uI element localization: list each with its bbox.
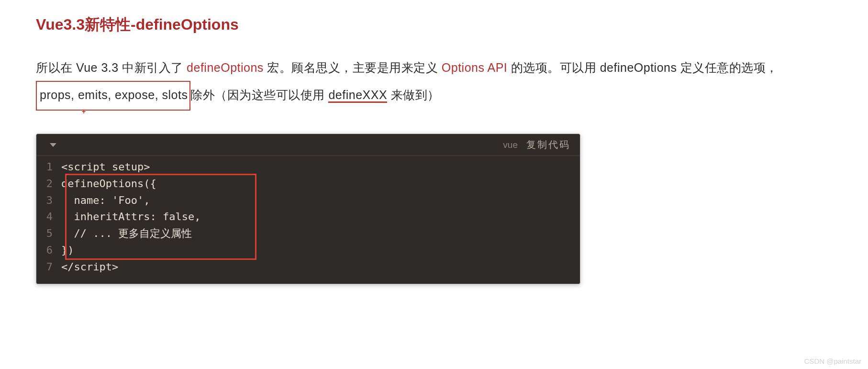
language-label: vue bbox=[503, 140, 518, 150]
code-line: 6}) bbox=[36, 242, 580, 259]
description-paragraph: 所以在 Vue 3.3 中新引入了 defineOptions 宏。顾名思义，主… bbox=[36, 55, 832, 111]
code-text: // ... 更多自定义属性 bbox=[61, 225, 192, 242]
text-segment: 所以在 Vue 3.3 中新引入了 bbox=[36, 61, 187, 74]
code-line: 4 inheritAttrs: false, bbox=[36, 209, 580, 225]
line-number: 1 bbox=[36, 159, 61, 176]
text-segment: 除外（因为这些可以使用 bbox=[190, 88, 328, 101]
heading: Vue3.3新特性-defineOptions bbox=[36, 14, 832, 35]
code-text: inheritAttrs: false, bbox=[61, 209, 200, 225]
boxed-exceptions: props, emits, expose, slots + bbox=[36, 81, 190, 111]
code-header-right: vue 复制代码 bbox=[503, 138, 570, 151]
code-header-left bbox=[50, 143, 56, 147]
document-container: Vue3.3新特性-defineOptions 所以在 Vue 3.3 中新引入… bbox=[0, 0, 868, 284]
text-segment: 宏。顾名思义，主要是用来定义 bbox=[264, 61, 442, 74]
code-line: 3 name: 'Foo', bbox=[36, 192, 580, 209]
code-text: </script> bbox=[61, 259, 118, 276]
boxed-text: props, emits, expose, slots bbox=[40, 88, 188, 101]
code-text: name: 'Foo', bbox=[61, 192, 150, 209]
line-number: 3 bbox=[36, 192, 61, 209]
highlight-optionsapi: Options API bbox=[442, 61, 508, 74]
code-text: }) bbox=[61, 242, 74, 259]
code-header: vue 复制代码 bbox=[36, 134, 580, 156]
line-number: 7 bbox=[36, 259, 61, 276]
text-segment: 来做到） bbox=[387, 88, 439, 101]
code-body: 1<script setup> 2defineOptions({ 3 name:… bbox=[36, 156, 580, 284]
highlight-defineoptions: defineOptions bbox=[187, 61, 264, 74]
code-line: 2defineOptions({ bbox=[36, 176, 580, 192]
underline-definexxx: defineXXX bbox=[328, 88, 387, 103]
code-text: <script setup> bbox=[61, 159, 150, 176]
line-number: 2 bbox=[36, 176, 61, 192]
copy-code-button[interactable]: 复制代码 bbox=[526, 138, 570, 151]
line-number: 5 bbox=[36, 225, 61, 242]
text-segment: 的选项。可以用 defineOptions 定义任意的选项， bbox=[507, 61, 778, 74]
line-number: 6 bbox=[36, 242, 61, 259]
code-text: defineOptions({ bbox=[61, 176, 156, 192]
code-line: 5 // ... 更多自定义属性 bbox=[36, 225, 580, 242]
code-line: 7</script> bbox=[36, 259, 580, 276]
code-block: vue 复制代码 1<script setup> 2defineOptions(… bbox=[36, 134, 580, 284]
line-number: 4 bbox=[36, 209, 61, 225]
plus-annotation: + bbox=[82, 104, 86, 119]
caret-down-icon[interactable] bbox=[50, 143, 56, 147]
watermark: CSDN @paintstar bbox=[804, 357, 861, 365]
code-line: 1<script setup> bbox=[36, 159, 580, 176]
